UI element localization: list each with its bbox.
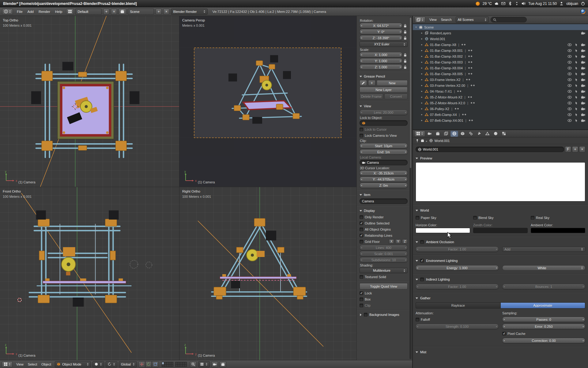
visibility-toggle[interactable]: [567, 102, 572, 105]
layer-group-2[interactable]: [175, 362, 187, 367]
background-images-checkbox[interactable]: [364, 312, 368, 317]
renderability-toggle[interactable]: [581, 84, 585, 87]
scene-selector[interactable]: Scene: [128, 9, 154, 15]
viewport-top-ortho[interactable]: Top Ortho 100 Meters x 0.001 x y (1) Cam…: [0, 16, 179, 187]
expand-toggle[interactable]: [420, 90, 423, 93]
outliner-row[interactable]: 01-Bar-Clamp-X8.003: [413, 59, 588, 65]
tab-modifiers[interactable]: [475, 131, 483, 137]
visibility-toggle[interactable]: [567, 113, 572, 116]
pin-icon[interactable]: [416, 139, 419, 142]
renderability-toggle[interactable]: [581, 72, 585, 75]
rotate-manipulator-button[interactable]: [145, 361, 152, 367]
network-icon[interactable]: [515, 2, 519, 6]
grid-floor-checkbox[interactable]: Grid Floor: [360, 239, 387, 244]
item-name-input[interactable]: Camera: [360, 198, 408, 204]
scale-z-field[interactable]: Z: 1.000: [360, 64, 402, 70]
visibility-toggle[interactable]: [567, 78, 572, 81]
rotation-order-select[interactable]: XYZ Euler: [360, 41, 408, 47]
layer-group-1[interactable]: [162, 362, 173, 367]
editor-type-button[interactable]: [2, 361, 13, 367]
selectability-toggle[interactable]: [574, 43, 579, 46]
lock-camera-to-view-checkbox[interactable]: Lock Camera to View: [360, 133, 397, 138]
expand-toggle[interactable]: [420, 55, 423, 58]
item-panel-header[interactable]: Item: [360, 192, 408, 198]
display-panel-header[interactable]: Display: [360, 208, 408, 214]
env-energy-field[interactable]: Energy: 1.000: [416, 265, 499, 270]
expand-toggle[interactable]: [420, 84, 423, 87]
transform-orientation-select[interactable]: Global: [119, 361, 137, 367]
grid-y-toggle[interactable]: Y: [395, 239, 401, 244]
pivot-point-select[interactable]: [106, 361, 117, 367]
expand-toggle[interactable]: [420, 113, 423, 116]
outliner-scope-select[interactable]: All Scenes: [456, 17, 489, 23]
correction-field[interactable]: Correction: 0.00: [502, 338, 585, 343]
visibility-toggle[interactable]: [567, 67, 572, 70]
passes-field[interactable]: Passes: 0: [502, 317, 585, 322]
menu-item[interactable]: View: [427, 16, 439, 23]
quad-lock-checkbox[interactable]: Lock: [360, 290, 372, 296]
scale-y-field[interactable]: Y: 1.000: [360, 58, 402, 63]
selectability-toggle[interactable]: [574, 119, 579, 122]
environment-lighting-checkbox[interactable]: [420, 258, 424, 263]
expand-toggle[interactable]: [420, 96, 423, 98]
editor-type-button[interactable]: [2, 9, 13, 15]
expand-toggle[interactable]: [420, 43, 423, 46]
grease-pencil-panel-header[interactable]: Grease Pencil: [360, 73, 408, 79]
viewport-right-ortho[interactable]: Right Ortho 100 Meters x 0.001 y z (1) C…: [179, 187, 356, 360]
grid-z-toggle[interactable]: Z: [402, 239, 408, 244]
clip-end-field[interactable]: End: 1m: [360, 149, 408, 155]
shading-mode-select[interactable]: Multitexture: [360, 268, 408, 273]
outliner-row[interactable]: 03-Frame-Vertex-X2: [413, 77, 588, 82]
gather-approximate-button[interactable]: Approximate: [501, 302, 586, 309]
outliner-row[interactable]: 07-Belt-Clamp-X4.001: [413, 117, 588, 123]
grease-pencil-new-button[interactable]: New: [377, 80, 408, 86]
tab-material[interactable]: [492, 131, 499, 137]
view-panel-header[interactable]: View: [360, 103, 408, 109]
visibility-toggle[interactable]: [567, 84, 572, 87]
grid-subdivisions-field[interactable]: Subdivisions: 10: [360, 257, 408, 263]
visibility-toggle[interactable]: [567, 96, 572, 99]
grid-scale-field[interactable]: Scale: 0.001: [360, 251, 408, 256]
viewport-camera-persp[interactable]: Camera Persp Meters x 0.001 x y (1) Came…: [179, 16, 356, 187]
outline-selected-checkbox[interactable]: Outline Selected: [360, 220, 390, 226]
lock-scale-z-button[interactable]: [404, 65, 408, 69]
visibility-toggle[interactable]: [567, 107, 572, 110]
quad-box-checkbox[interactable]: Box: [360, 297, 371, 302]
viewport-shading-select[interactable]: [92, 361, 104, 367]
paper-sky-checkbox[interactable]: Paper Sky: [416, 215, 470, 220]
local-camera-field[interactable]: Camera: [360, 160, 408, 165]
visibility-toggle[interactable]: [567, 43, 572, 46]
lock-to-cursor-checkbox[interactable]: Lock to Cursor: [360, 127, 387, 132]
rotation-z-field[interactable]: Z: -18.398°: [360, 35, 402, 40]
outliner-row[interactable]: 01-Bar-Clamp-X8.002: [413, 53, 588, 59]
delete-scene-button[interactable]: [163, 9, 169, 15]
delete-layout-button[interactable]: [111, 9, 117, 15]
mail-icon[interactable]: [501, 2, 505, 6]
tab-world[interactable]: [450, 131, 458, 137]
tab-render[interactable]: [426, 131, 433, 137]
menu-item[interactable]: Object: [39, 361, 53, 368]
renderability-toggle[interactable]: [581, 67, 585, 70]
selectability-toggle[interactable]: [574, 49, 579, 52]
lock-rotation-x-button[interactable]: [404, 23, 408, 28]
selectability-toggle[interactable]: [574, 72, 579, 75]
renderability-toggle[interactable]: [581, 96, 585, 99]
ambient-occlusion-panel-header[interactable]: Ambient Occlusion: [416, 239, 585, 245]
cursor-x-field[interactable]: X: -35.153cm: [360, 171, 408, 176]
editor-type-button[interactable]: [414, 131, 425, 137]
relationship-lines-checkbox[interactable]: Relationship Lines: [360, 233, 392, 238]
add-layout-button[interactable]: [103, 9, 109, 15]
menu-item[interactable]: View: [14, 361, 26, 368]
selectability-toggle[interactable]: [574, 113, 579, 116]
tab-object-data[interactable]: [484, 131, 491, 137]
selectability-toggle[interactable]: [574, 84, 579, 87]
selectability-toggle[interactable]: [574, 61, 579, 64]
toggle-quad-view-button[interactable]: Toggle Quad View: [360, 283, 408, 289]
outliner-row[interactable]: 01-Bar-Clamp-X8.005: [413, 71, 588, 77]
expand-toggle[interactable]: [420, 107, 423, 110]
lens-field[interactable]: Lens: 20.000: [360, 110, 408, 115]
visibility-toggle[interactable]: [567, 61, 572, 64]
mode-select[interactable]: Object Mode: [55, 361, 91, 367]
menu-item[interactable]: Help: [53, 8, 65, 16]
expand-toggle[interactable]: [420, 37, 423, 40]
